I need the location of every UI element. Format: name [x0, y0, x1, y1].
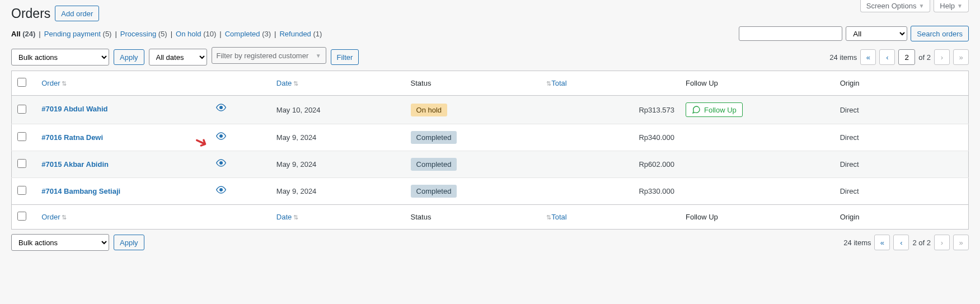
- svg-point-0: [220, 106, 223, 109]
- help-button[interactable]: Help ▼: [934, 0, 969, 12]
- sort-icon: ⇅: [293, 80, 298, 87]
- row-checkbox[interactable]: [17, 132, 26, 141]
- total-column-footer[interactable]: ⇅Total: [545, 213, 566, 221]
- select-all-checkbox-footer[interactable]: [17, 212, 26, 221]
- order-total: Rp602.000: [539, 151, 680, 178]
- eye-icon[interactable]: [216, 158, 226, 170]
- total-column-header[interactable]: ⇅Total: [545, 79, 566, 87]
- search-category-select[interactable]: All: [846, 26, 907, 41]
- page-input[interactable]: [898, 49, 915, 65]
- status-badge: Completed: [411, 158, 457, 171]
- sort-icon: ⇅: [546, 80, 551, 87]
- order-total: Rp330.000: [539, 178, 680, 205]
- chevron-down-icon: ▼: [316, 53, 321, 59]
- status-filter-link[interactable]: All (24): [11, 30, 35, 38]
- table-row: #7016 Ratna Dewi May 9, 2024 Completed R…: [12, 124, 969, 151]
- eye-icon[interactable]: [216, 131, 226, 143]
- order-link[interactable]: #7015 Akbar Abidin: [41, 160, 109, 169]
- svg-point-1: [220, 135, 223, 138]
- screen-options-button[interactable]: Screen Options ▼: [860, 0, 931, 12]
- order-origin: Direct: [834, 124, 969, 151]
- page-of-label: of 2: [918, 53, 931, 62]
- items-count-label-bottom: 24 items: [843, 238, 871, 247]
- help-label: Help: [940, 2, 955, 10]
- status-filter-link[interactable]: Pending payment (5): [44, 30, 112, 38]
- order-origin: Direct: [834, 151, 969, 178]
- followup-column-header: Follow Up: [680, 71, 834, 96]
- order-column-header[interactable]: Order⇅: [41, 79, 67, 87]
- first-page-button-bottom[interactable]: «: [874, 235, 890, 250]
- select-all-checkbox[interactable]: [17, 78, 26, 87]
- bulk-actions-select[interactable]: Bulk actions: [11, 49, 109, 66]
- order-link[interactable]: #7016 Ratna Dewi: [41, 133, 103, 142]
- sort-icon: ⇅: [293, 214, 298, 221]
- svg-point-3: [220, 189, 223, 191]
- date-column-header[interactable]: Date⇅: [276, 79, 298, 87]
- origin-column-header: Origin: [834, 71, 969, 96]
- svg-point-2: [220, 162, 223, 165]
- sort-icon: ⇅: [546, 214, 551, 221]
- items-count-label: 24 items: [829, 53, 857, 62]
- status-filter-list: All (24)Pending payment (5)Processing (5…: [11, 30, 322, 38]
- row-checkbox[interactable]: [17, 159, 26, 168]
- order-link[interactable]: #7014 Bambang Setiaji: [41, 187, 120, 195]
- followup-button[interactable]: Follow Up: [686, 102, 743, 117]
- bulk-actions-select-bottom[interactable]: Bulk actions: [11, 234, 109, 251]
- order-link[interactable]: #7019 Abdul Wahid: [41, 105, 107, 113]
- order-origin: Direct: [834, 96, 969, 124]
- status-filter-link[interactable]: Processing (5): [120, 30, 167, 38]
- eye-icon[interactable]: [216, 102, 226, 115]
- table-row: #7015 Akbar Abidin May 9, 2024 Completed…: [12, 151, 969, 178]
- apply-bulk-button-bottom[interactable]: Apply: [114, 235, 144, 250]
- add-order-button[interactable]: Add order: [55, 6, 99, 21]
- order-date: May 9, 2024: [271, 178, 405, 205]
- last-page-button-bottom[interactable]: »: [953, 235, 969, 250]
- prev-page-button[interactable]: ‹: [879, 49, 895, 65]
- status-badge: Completed: [411, 131, 457, 144]
- order-column-footer[interactable]: Order⇅: [41, 213, 67, 221]
- next-page-button[interactable]: ›: [934, 49, 950, 65]
- sort-icon: ⇅: [62, 214, 67, 221]
- whatsapp-icon: [692, 105, 701, 114]
- search-input[interactable]: [739, 26, 842, 41]
- status-badge: On hold: [411, 104, 448, 116]
- first-page-button[interactable]: «: [860, 49, 876, 65]
- order-date: May 9, 2024: [271, 151, 405, 178]
- last-page-button[interactable]: »: [953, 49, 969, 65]
- order-total: Rp340.000: [539, 124, 680, 151]
- origin-column-footer: Origin: [834, 205, 969, 230]
- filter-button[interactable]: Filter: [331, 49, 359, 65]
- apply-bulk-button[interactable]: Apply: [114, 49, 144, 65]
- followup-column-footer: Follow Up: [680, 205, 834, 230]
- screen-options-label: Screen Options: [866, 2, 917, 10]
- sort-icon: ⇅: [62, 80, 67, 87]
- chevron-down-icon: ▼: [918, 3, 924, 9]
- status-filter-link[interactable]: Refunded (1): [279, 30, 322, 38]
- row-checkbox[interactable]: [17, 105, 26, 114]
- status-column-header: Status: [405, 71, 540, 96]
- date-column-footer[interactable]: Date⇅: [276, 213, 298, 221]
- status-filter-link[interactable]: Completed (3): [225, 30, 271, 38]
- order-date: May 10, 2024: [271, 96, 405, 124]
- row-checkbox[interactable]: [17, 186, 26, 195]
- order-total: Rp313.573: [539, 96, 680, 124]
- table-row: #7014 Bambang Setiaji May 9, 2024 Comple…: [12, 178, 969, 205]
- prev-page-button-bottom[interactable]: ‹: [893, 235, 909, 250]
- search-orders-button[interactable]: Search orders: [911, 26, 969, 41]
- page-title: Orders: [11, 6, 50, 21]
- date-filter-select[interactable]: All dates: [149, 49, 207, 66]
- status-badge: Completed: [411, 185, 457, 198]
- customer-filter-select[interactable]: Filter by registered customer▼: [212, 47, 326, 64]
- status-filter-link[interactable]: On hold (10): [176, 30, 216, 38]
- order-origin: Direct: [834, 178, 969, 205]
- order-date: May 9, 2024: [271, 124, 405, 151]
- chevron-down-icon: ▼: [957, 3, 963, 9]
- orders-table: Order⇅ Date⇅ Status ⇅Total Follow Up Ori…: [11, 71, 969, 230]
- page-of-label-bottom: 2 of 2: [912, 238, 931, 247]
- status-column-footer: Status: [405, 205, 540, 230]
- next-page-button-bottom[interactable]: ›: [934, 235, 950, 250]
- customer-filter-placeholder: Filter by registered customer: [217, 52, 309, 60]
- eye-icon[interactable]: [216, 185, 226, 197]
- table-row: #7019 Abdul Wahid May 10, 2024 On hold R…: [12, 96, 969, 124]
